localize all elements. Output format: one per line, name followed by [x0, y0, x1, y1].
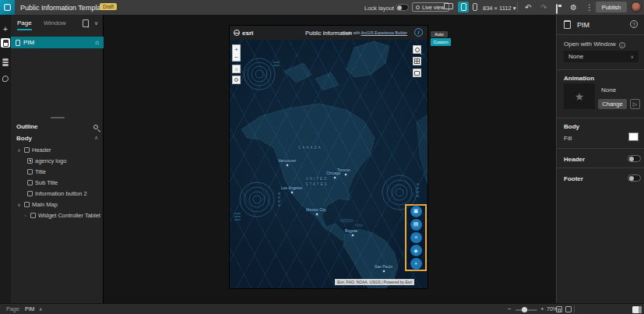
- widget-share-button[interactable]: ◈: [410, 245, 422, 256]
- home-button[interactable]: ⌂: [232, 65, 241, 73]
- city-marker: [287, 164, 288, 166]
- zoom-in-button[interactable]: +: [233, 45, 240, 53]
- data-panel-icon[interactable]: [1, 58, 10, 67]
- outline-item-agency-logo[interactable]: agency logo: [11, 155, 104, 166]
- map-label-canada: CANADA: [298, 146, 322, 151]
- device-size-dropdown[interactable]: 834 × 1112 ▾: [483, 5, 516, 12]
- desktop-device-icon[interactable]: [444, 3, 453, 9]
- page-icon: [16, 40, 20, 46]
- play-animation-button[interactable]: ▷: [630, 99, 640, 109]
- lock-layout-label: Lock layout: [364, 5, 394, 12]
- height-custom-button[interactable]: Custom: [431, 38, 451, 46]
- city-marker: [316, 213, 318, 215]
- animation-preview[interactable]: ★: [564, 83, 595, 109]
- open-with-window-select[interactable]: None ∨: [564, 51, 639, 62]
- chevron-up-icon[interactable]: ∧: [94, 135, 98, 141]
- home-page-icon: ⌂: [95, 39, 99, 46]
- map-label-sao-paulo: Sao Paulo: [375, 264, 392, 269]
- locate-button[interactable]: [232, 76, 241, 84]
- city-marker: [383, 270, 385, 272]
- widget-basemap-button[interactable]: ▤: [410, 219, 422, 231]
- publish-button[interactable]: Publish: [596, 2, 627, 12]
- app-preview[interactable]: esri Public Information made with ArcGIS…: [230, 26, 428, 288]
- zoom-widget[interactable]: + −: [232, 44, 241, 62]
- header-widget-icon: [24, 147, 30, 153]
- bookmark-button[interactable]: [413, 69, 421, 77]
- help-icon[interactable]: ?: [630, 20, 638, 28]
- fill-color-swatch[interactable]: [628, 132, 639, 141]
- chevron-expanded-icon[interactable]: ∨: [16, 202, 22, 207]
- outline-item-header[interactable]: ∨ Header: [11, 144, 104, 155]
- insert-widget-icon[interactable]: +: [1, 24, 10, 34]
- button-widget-icon: [27, 191, 33, 196]
- zoom-in-icon[interactable]: +: [540, 305, 544, 312]
- actual-size-icon[interactable]: [565, 306, 572, 312]
- outline-body-node[interactable]: Body ∧: [11, 132, 104, 143]
- zoom-out-icon[interactable]: −: [508, 305, 512, 312]
- map-label-bogota: Bogota: [345, 228, 357, 233]
- experience-builder-link[interactable]: ArcGIS Experience Builder: [361, 30, 407, 35]
- chevron-collapsed-icon[interactable]: ›: [23, 213, 28, 217]
- tablet-device-icon[interactable]: [458, 2, 469, 12]
- chevron-expanded-icon[interactable]: ∨: [16, 147, 22, 153]
- tab-window[interactable]: Window: [44, 19, 65, 29]
- widget-legend-button[interactable]: ≡: [410, 232, 422, 244]
- panel-splitter[interactable]: [11, 116, 104, 119]
- header-toggle[interactable]: [628, 155, 641, 162]
- city-marker: [352, 235, 354, 236]
- toggle-right-panel-icon[interactable]: [632, 306, 642, 313]
- theme-panel-icon[interactable]: [1, 74, 10, 83]
- height-auto-button[interactable]: Auto: [431, 31, 448, 37]
- phone-device-icon[interactable]: [473, 3, 477, 11]
- footer-section-label: Footer: [564, 175, 583, 182]
- statusbar-page-label: Page:: [6, 306, 20, 312]
- outline-item-main-map[interactable]: ∨ Main Map: [11, 199, 104, 210]
- basemap-gallery-button[interactable]: [413, 57, 421, 65]
- design-canvas[interactable]: esri Public Information made with ArcGIS…: [104, 15, 556, 303]
- lock-layout-toggle[interactable]: [396, 4, 409, 11]
- widget-controller-tablet[interactable]: ▣ ▤ ≡ ◈ +: [405, 204, 427, 271]
- user-avatar[interactable]: [631, 2, 642, 12]
- statusbar-page-value[interactable]: PIM: [25, 306, 34, 312]
- dropdown-arrow-icon: ▾: [513, 5, 516, 12]
- chevron-up-icon[interactable]: ∧: [39, 306, 42, 312]
- add-page-icon[interactable]: [83, 19, 89, 27]
- zoom-out-button[interactable]: −: [233, 53, 240, 61]
- divider: [517, 2, 518, 12]
- left-icon-rail: +: [0, 15, 11, 303]
- preview-header: esri Public Information made with ArcGIS…: [230, 26, 428, 40]
- star-icon: ★: [575, 90, 585, 103]
- collapse-panel-icon[interactable]: ∨: [94, 20, 98, 26]
- page-list-item-pim[interactable]: PIM ⌂: [11, 37, 104, 48]
- footer-toggle[interactable]: [628, 175, 641, 182]
- outline-item-information-button-2[interactable]: Information button 2: [11, 188, 104, 199]
- page-panel-icon[interactable]: [1, 38, 10, 48]
- search-icon[interactable]: [93, 125, 98, 129]
- save-icon[interactable]: [556, 4, 558, 14]
- live-view-icon: [416, 5, 420, 9]
- outline-item-title[interactable]: Title: [11, 166, 104, 177]
- gear-icon[interactable]: ⚙: [570, 2, 577, 12]
- more-options-icon[interactable]: ⋮: [586, 2, 593, 12]
- experience-builder-logo-icon[interactable]: [0, 0, 15, 15]
- fit-to-window-icon[interactable]: [556, 306, 562, 312]
- divider: [557, 34, 644, 35]
- search-button[interactable]: [413, 45, 421, 54]
- zoom-slider-knob[interactable]: [522, 307, 527, 312]
- divider: [557, 148, 644, 149]
- change-animation-button[interactable]: Change: [598, 99, 627, 109]
- information-button[interactable]: i: [414, 28, 423, 37]
- map-label-united-states: UNITED STATES: [301, 177, 333, 188]
- outline-item-widget-controller-tablet[interactable]: › Widget Controller Tablet: [11, 210, 104, 221]
- widget-map-button[interactable]: ▣: [410, 206, 422, 217]
- widget-add-button[interactable]: +: [410, 258, 422, 270]
- outline-item-sub-title[interactable]: Sub Title: [11, 177, 104, 188]
- main-map[interactable]: CANADA Vancouver Toronto Chicago UNITED …: [230, 40, 428, 288]
- undo-icon[interactable]: ↶: [525, 2, 531, 12]
- tab-page[interactable]: Page: [17, 19, 32, 30]
- page-icon: [564, 20, 571, 29]
- map-widget-icon: [24, 202, 30, 207]
- redo-icon[interactable]: ↷: [540, 2, 547, 12]
- zoom-slider[interactable]: [516, 309, 537, 311]
- app-title: Public Information Template 1: [20, 4, 112, 12]
